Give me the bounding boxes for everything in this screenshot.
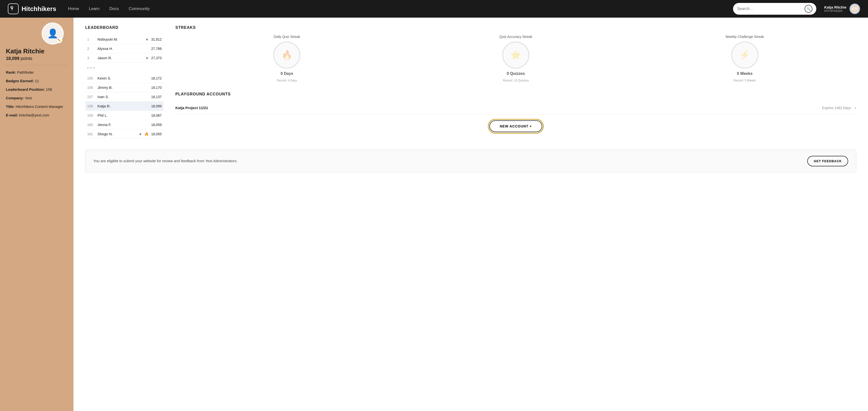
leaderboard-item: 155 Kevin S. 18,172 [85,74,164,83]
streak-accuracy-icon: ⭐ [510,50,521,60]
sidebar-badges-value: 11 [35,79,39,83]
rank-161: 161 [87,132,95,136]
score-157: 18,137 [151,95,162,99]
name-1: Nobuyuki M. [97,37,143,41]
sidebar-company: Company: Yext [6,96,68,100]
score-161: 18,055 [151,132,162,136]
score-156: 18,170 [151,85,162,90]
streak-daily-circle: 🔥 [273,42,300,69]
name-156: Jimmy B. [97,85,149,90]
score-158: 18,099 [151,104,162,108]
search-button[interactable]: 🔍 [805,5,812,13]
sidebar-company-label: Company: [6,96,24,100]
navbar: Y Hitchhikers Home Learn Docs Community … [0,0,868,18]
logo-text: Hitchhikers [22,5,56,13]
leaderboard-item: 1 Nobuyuki M. ★ 31,812 [85,35,164,44]
sidebar-user-name: Katja Ritchie [6,47,68,55]
playground-section: PLAYGROUND ACCOUNTS Katja Project 11/21 … [175,92,856,132]
new-account-button[interactable]: NEW ACCOUNT + [489,121,542,132]
sidebar-company-value: Yext [25,96,32,100]
leaderboard-item: 2 Alyssa H. 27,789 [85,44,164,53]
streaks-title: STREAKS [175,26,856,30]
avatar[interactable]: KR [849,3,860,14]
playground-item[interactable]: Katja Project 11/21 Expires 1482 Days › [175,101,856,114]
rank-158: 158 [87,104,95,108]
sidebar-title-label: Title: [6,104,15,109]
search-icon: 🔍 [807,7,811,11]
streak-weekly-circle: ⚡ [731,42,758,69]
leaderboard-item: 3 Jason R. ★ 27,373 [85,53,164,63]
sidebar-email-label: E-mail: [6,113,18,117]
nav-community[interactable]: Community [129,6,150,11]
leaderboard-near-list: 155 Kevin S. 18,172 156 Jimmy B. 18,170 … [85,74,164,139]
sidebar-email-value: kritchie@yext.com [19,113,49,117]
sidebar-badges: Badges Earned: 11 [6,79,68,83]
playground-account-name: Katja Project 11/21 [175,106,822,110]
leaderboard-item: 160 Jenna F. 18,059 [85,120,164,129]
navbar-user: Katja Ritchie PATHFINDER KR [824,3,860,14]
sidebar-badges-label: Badges Earned: [6,79,34,83]
sidebar-leaderboard-label: Leaderboard Position: [6,87,45,92]
sidebar-points-label: points [21,56,32,61]
nav-learn[interactable]: Learn [89,6,99,11]
sidebar-avatar-area: 👤 ✏️ [6,23,64,44]
main-content: LEADERBOARD 1 Nobuyuki M. ★ 31,812 2 Aly… [73,18,868,411]
streak-weekly-icon: ⚡ [739,50,750,60]
search-input[interactable] [737,7,803,11]
name-157: Ivan S. [97,95,149,99]
chevron-right-icon: › [855,105,856,110]
sidebar-points: 18,099 points [6,56,68,61]
leaderboard-item: 157 Ivan S. 18,137 [85,92,164,102]
sidebar-email: E-mail: kritchie@yext.com [6,113,68,117]
leaderboard-item-current-user: 158 Katja R. 18,099 [85,102,164,111]
rank-1: 1 [87,37,95,41]
streak-weekly-record: Record: 5 Weeks [734,79,756,82]
get-feedback-button[interactable]: GET FEEDBACK [807,156,848,166]
score-2: 27,789 [151,47,162,50]
rank-160: 160 [87,123,95,127]
name-3: Jason R. [97,56,143,60]
fire-icon-161: 🔥 [145,132,149,136]
playground-expires: Expires 1482 Days [822,106,851,110]
name-158: Katja R. [97,104,149,108]
streak-weekly-value: 0 Weeks [737,71,753,76]
edit-avatar-icon[interactable]: ✏️ [56,37,62,43]
streak-accuracy-circle: ⭐ [502,42,529,69]
sidebar-title-value: Hitchhikers Content Manager [16,104,63,109]
leaderboard-list: 1 Nobuyuki M. ★ 31,812 2 Alyssa H. 27,78… [85,35,164,63]
name-161: Shogo N. [97,132,136,136]
sidebar-avatar: 👤 ✏️ [42,23,64,44]
nav-home[interactable]: Home [68,6,79,11]
star-icon-1: ★ [146,37,149,41]
leaderboard-title: LEADERBOARD [85,26,164,30]
sidebar-divider [6,65,68,65]
playground-title: PLAYGROUND ACCOUNTS [175,92,856,96]
name-155: Kevin S. [97,76,149,80]
sidebar-rank-label: Rank: [6,70,16,74]
sidebar-leaderboard-position: Leaderboard Position: 158 [6,87,68,92]
rank-156: 156 [87,85,95,90]
streak-daily-label: Daily Quiz Streak [274,35,300,39]
right-column: STREAKS Daily Quiz Streak 🔥 0 Days Recor… [175,26,856,140]
score-159: 18,087 [151,113,162,117]
logo[interactable]: Y Hitchhikers [8,3,56,14]
rank-2: 2 [87,47,95,50]
leaderboard-item: 159 Phil L. 18,087 [85,111,164,120]
navbar-links: Home Learn Docs Community [68,6,733,11]
rank-155: 155 [87,76,95,80]
user-rank: PATHFINDER [824,9,846,13]
name-2: Alyssa H. [97,46,149,50]
leaderboard-item: 161 Shogo N. ★ 🔥 18,055 [85,129,164,139]
streak-accuracy-label: Quiz Accuracy Streak [499,35,532,39]
sidebar: 👤 ✏️ Katja Ritchie 18,099 points Rank: P… [0,18,73,411]
leaderboard-item: 156 Jimmy B. 18,170 [85,83,164,92]
streak-weekly-label: Weekly Challenge Streak [725,35,764,39]
search-bar[interactable]: 🔍 [733,3,816,15]
rank-157: 157 [87,95,95,99]
name-160: Jenna F. [97,123,149,127]
sidebar-points-value: 18,099 [6,56,19,61]
svg-text:Y: Y [11,7,13,11]
nav-docs[interactable]: Docs [109,6,119,11]
streak-accuracy: Quiz Accuracy Streak ⭐ 0 Quizzes Record:… [404,35,627,82]
streak-daily-record: Record: 4 Days [277,79,297,82]
